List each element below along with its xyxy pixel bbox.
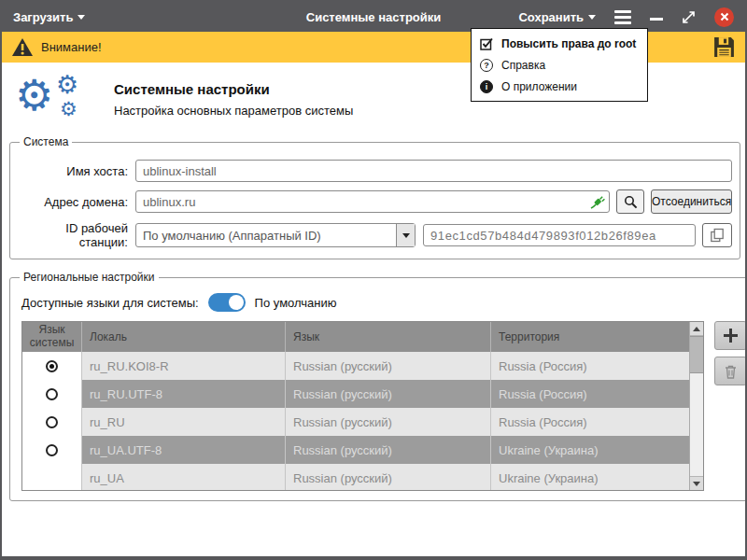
close-button[interactable] [714, 7, 734, 27]
locale-cell: ru_RU.UTF-8 [82, 380, 286, 408]
locale-table-row[interactable]: ru_UARussian (русский)Ukraine (Украина) [22, 464, 689, 490]
hamburger-menu-button[interactable] [614, 10, 631, 24]
chevron-down-icon [693, 482, 700, 486]
territory-cell: Russia (Россия) [491, 380, 689, 408]
language-cell: Russian (русский) [286, 352, 491, 380]
add-locale-button[interactable] [714, 321, 747, 350]
locale-table-header: Язык системы Локаль Язык Территория [22, 322, 689, 352]
copy-id-button[interactable] [702, 223, 732, 247]
system-group: Система Имя хоста: Адрес домена: [9, 135, 740, 259]
column-header-territory: Территория [491, 322, 689, 352]
save-menu-button[interactable]: Сохранить [518, 10, 596, 24]
default-label: По умолчанию [255, 296, 337, 310]
languages-label: Доступные языки для системы: [21, 296, 199, 310]
locale-radio-cell[interactable] [22, 352, 82, 380]
radio-unselected-icon[interactable] [46, 444, 58, 456]
save-to-disk-button[interactable] [712, 35, 736, 59]
station-id-value[interactable] [423, 224, 696, 246]
elevate-root-icon [480, 37, 493, 50]
gear-icon: ⚙ [15, 74, 53, 117]
territory-cell: Ukraine (Украина) [491, 464, 689, 490]
locale-table-row[interactable]: ru_RU.UTF-8Russian (русский)Russia (Росс… [22, 380, 689, 408]
column-header-locale: Локаль [82, 322, 286, 352]
copy-icon [710, 228, 725, 243]
system-group-legend: Система [20, 135, 72, 148]
connected-plug-icon [590, 194, 605, 213]
delete-locale-button[interactable] [714, 357, 747, 385]
locale-radio-cell[interactable] [22, 408, 82, 436]
warning-text: Внимание! [41, 40, 102, 54]
chevron-down-icon [78, 15, 85, 20]
page-title: Системные настройки [114, 81, 353, 97]
load-menu-button[interactable]: Загрузить [13, 10, 85, 24]
locale-table-row[interactable]: ru_RU.KOI8-RRussian (русский)Russia (Рос… [22, 352, 689, 380]
language-cell: Russian (русский) [286, 408, 491, 436]
locale-table-body: ru_RU.KOI8-RRussian (русский)Russia (Рос… [22, 352, 689, 490]
territory-cell: Ukraine (Украина) [491, 436, 689, 464]
table-scrollbar[interactable] [689, 322, 703, 490]
menu-item-elevate-root[interactable]: Повысить права до root [472, 33, 647, 54]
scrollbar-thumb[interactable] [690, 336, 703, 373]
languages-toggle[interactable] [208, 293, 246, 312]
radio-unselected-icon[interactable] [46, 388, 58, 400]
load-label: Загрузить [13, 10, 73, 24]
locale-cell: ru_RU.KOI8-R [82, 352, 286, 380]
maximize-button[interactable] [682, 10, 696, 24]
locale-radio-cell[interactable] [22, 380, 82, 408]
close-icon [720, 12, 729, 21]
locale-radio-cell[interactable] [22, 464, 82, 490]
language-cell: Russian (русский) [286, 464, 491, 490]
menu-item-label: Повысить права до root [501, 37, 636, 50]
menu-item-label: О приложении [501, 80, 577, 93]
select-arrow-button[interactable] [396, 224, 415, 246]
gears-logo-icon: ⚙ ⚙ ⚙ [13, 74, 95, 130]
territory-cell: Russia (Россия) [491, 352, 689, 380]
radio-selected-icon[interactable] [46, 360, 58, 372]
station-id-select[interactable]: По умолчанию (Аппаратный ID) [135, 223, 416, 247]
domain-label: Адрес домена: [18, 195, 135, 209]
gear-icon: ⚙ [60, 100, 78, 119]
locale-cell: ru_UA [82, 464, 286, 490]
locale-table-row[interactable]: ru_RURussian (русский)Russia (Россия) [22, 408, 689, 436]
radio-unselected-icon[interactable] [46, 416, 58, 428]
chevron-down-icon [588, 15, 596, 20]
station-id-label: ID рабочей станции: [18, 221, 135, 249]
help-icon: ? [480, 59, 493, 72]
warning-icon [11, 37, 34, 57]
trash-icon [724, 364, 738, 379]
regional-group-legend: Региональные настройки [20, 271, 159, 284]
menu-item-label: Справка [501, 59, 545, 72]
save-label: Сохранить [518, 10, 584, 24]
station-id-selected-option: По умолчанию (Аппаратный ID) [136, 224, 396, 246]
toggle-knob [229, 295, 244, 310]
expand-icon [682, 10, 696, 24]
locale-cell: ru_UA.UTF-8 [82, 436, 286, 464]
disconnect-button[interactable]: Отсоединиться [651, 189, 732, 214]
column-header-language: Язык [286, 322, 491, 352]
app-menu-popup: Повысить права до root ? Справка i О при… [471, 28, 648, 102]
chevron-down-icon [402, 233, 410, 238]
locale-table: Язык системы Локаль Язык Территория ru_R… [21, 321, 704, 491]
search-icon [624, 195, 638, 209]
locale-radio-cell[interactable] [22, 436, 82, 464]
scroll-down-button[interactable] [690, 476, 703, 490]
locale-table-row[interactable]: ru_UA.UTF-8Russian (русский)Ukraine (Укр… [22, 436, 689, 464]
page-subtitle: Настройка основных параметров системы [114, 104, 353, 118]
language-cell: Russian (русский) [286, 380, 491, 408]
gear-icon: ⚙ [56, 72, 78, 97]
scroll-up-button[interactable] [690, 322, 703, 336]
menu-item-about[interactable]: i О приложении [472, 76, 647, 97]
about-icon: i [480, 80, 493, 93]
language-cell: Russian (русский) [286, 436, 491, 464]
territory-cell: Russia (Россия) [491, 408, 689, 436]
column-header-system-language: Язык системы [22, 322, 82, 352]
domain-search-button[interactable] [616, 189, 644, 214]
minimize-button[interactable] [650, 18, 663, 21]
plus-icon [724, 329, 738, 343]
chevron-up-icon [693, 327, 700, 331]
menu-item-help[interactable]: ? Справка [472, 54, 647, 76]
hostname-input[interactable] [135, 160, 732, 182]
domain-input[interactable] [135, 190, 610, 213]
locale-cell: ru_RU [82, 408, 286, 436]
floppy-icon [712, 35, 736, 59]
